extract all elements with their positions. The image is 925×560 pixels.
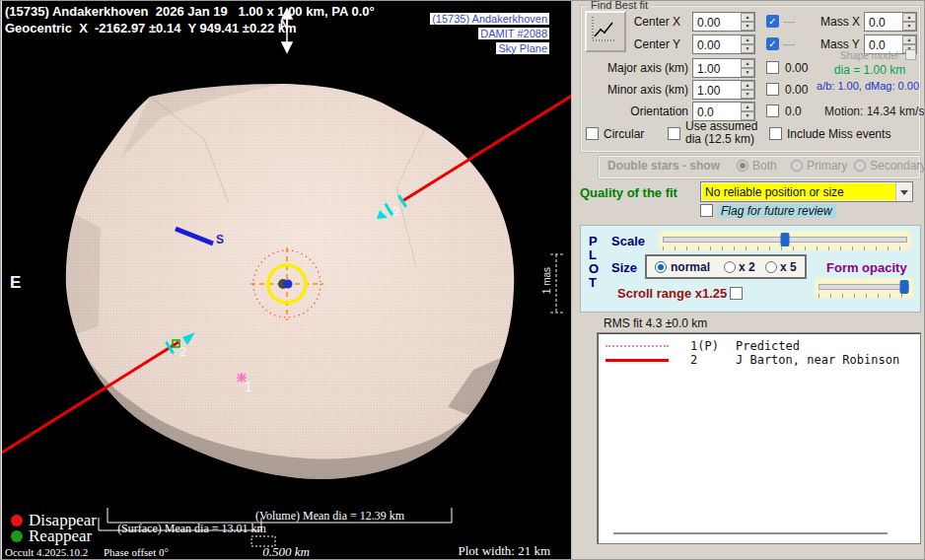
size-x5-radio[interactable] [765,261,777,273]
spin-down-icon[interactable]: ▼ [741,22,754,31]
ab-dmag-readout: a/b: 1.00, dMag: 0.00 [795,80,919,92]
spin-down-icon[interactable]: ▼ [741,68,754,77]
spin-up-icon[interactable]: ▲ [902,13,916,22]
mas-scale-bracket [550,254,563,313]
scroll-range-checkbox[interactable] [730,287,743,300]
major-axis-label: Major axis (km) [594,61,688,75]
asteroid-shape-model [61,80,525,494]
size-normal-label: normal [671,260,710,274]
observer-list: 1(P) Predicted 2 J Barton, near Robinson [597,332,921,544]
minor-axis-label: Minor axis (km) [594,83,688,97]
orientation-fit-checkbox[interactable] [766,105,779,117]
circular-checkbox[interactable] [586,127,599,140]
overlay-asteroid-name: (15735) Andakerkhoven [430,13,549,25]
chord-2-label-bottom: 2 [179,344,186,359]
quality-label: Quality of the fit [580,185,677,200]
motion-readout: Motion: 14.34 km/s [824,105,924,118]
shape-model-label: Shape model [840,50,898,61]
best-fit-button[interactable] [585,11,626,52]
center-x-fit-checkbox[interactable] [766,15,779,28]
major-axis-spinner[interactable]: 1.00 ▲▼ [692,58,755,78]
spin-axis-label: S [216,233,224,246]
plot-letter-t: T [589,275,597,290]
predicted-line-swatch [605,345,669,347]
scale-slider[interactable] [659,231,911,250]
use-assumed-label-1: Use assumed [685,119,757,133]
orientation-err: 0.0 [785,105,802,118]
overlay-damit-id: DAMIT #2088 [478,28,549,39]
center-y-spinner[interactable]: 0.00 ▲▼ [692,35,755,54]
orientation-spinner[interactable]: 0.0 ▲▼ [692,102,755,121]
overlay-sky-plane: Sky Plane [496,42,549,54]
use-assumed-label-2: dia (12.5 km) [685,132,754,146]
flag-review-checkbox[interactable] [700,204,713,217]
center-x-dash: --- [783,15,795,29]
quality-dropdown[interactable]: No reliable position or size [700,181,913,202]
form-opacity-slider[interactable] [815,278,913,298]
spin-up-icon[interactable]: ▲ [741,35,754,44]
spin-down-icon[interactable]: ▼ [741,44,754,53]
dropdown-arrow-icon[interactable] [895,182,912,201]
flag-review-label: Flag for future review [717,204,836,218]
spin-down-icon[interactable]: ▼ [902,22,916,31]
shape-model-checkbox[interactable] [905,49,916,60]
north-label: N [280,18,289,32]
mass-x-label: Mass X [820,15,860,29]
spin-up-icon[interactable]: ▲ [741,81,754,90]
rms-fit-readout: RMS fit 4.3 ±0.0 km [604,316,707,330]
phase-offset: Phase offset 0° [104,546,169,558]
shape-plot-svg [2,1,572,560]
find-best-fit-title: Find Best fit [588,0,651,11]
scale-bar-label: 0.500 km [237,544,335,560]
double-both-radio[interactable] [737,160,748,172]
size-x2-radio[interactable] [724,261,736,273]
form-opacity-slider-thumb[interactable] [900,280,909,294]
spin-up-icon[interactable]: ▲ [741,59,754,68]
plot-letter-p: P [589,234,598,248]
list-item-observer-2[interactable]: 2 J Barton, near Robinson [598,349,920,365]
minor-axis-fit-checkbox[interactable] [766,83,779,96]
size-normal-radio[interactable] [655,261,667,273]
fit-chart-icon [587,13,620,46]
horizontal-scrollbar[interactable] [613,532,888,534]
size-x5-label: x 5 [780,260,797,274]
control-panel: Find Best fit Center X 0.00 ▲▼ --- Mass … [571,1,925,560]
scroll-range-label: Scroll range x1.25 [617,286,727,301]
list-item-predicted[interactable]: 1(P) Predicted [598,333,920,349]
double-primary-label: Primary [807,159,847,173]
size-radio-group: normal x 2 x 5 [645,254,807,279]
center-x-spinner[interactable]: 0.00 ▲▼ [692,12,755,32]
double-both-label: Both [752,159,777,173]
include-miss-checkbox[interactable] [769,127,782,140]
major-axis-fit-checkbox[interactable] [766,61,779,74]
double-secondary-radio[interactable] [854,160,866,172]
size-label: Size [611,260,637,275]
mass-y-label: Mass Y [820,37,860,51]
spin-up-icon[interactable]: ▲ [741,13,754,22]
form-opacity-label: Form opacity [826,260,907,275]
spin-up-icon[interactable]: ▲ [902,35,916,44]
include-miss-label: Include Miss events [787,127,890,141]
predicted-chord-label: 1 [245,379,252,394]
surface-mean-dia: (Surface) Mean dia = 13.01 km [106,522,278,536]
dia-readout: dia = 1.00 km [820,63,919,77]
observer-name: J Barton, near Robinson [736,353,899,367]
observed-line-swatch [605,359,669,362]
size-x2-label: x 2 [739,260,755,274]
plot-letter-l: L [589,247,597,262]
minor-axis-spinner[interactable]: 1.00 ▲▼ [692,80,755,100]
spin-up-icon[interactable]: ▲ [741,103,754,111]
spin-down-icon[interactable]: ▼ [741,90,754,99]
scale-slider-thumb[interactable] [781,233,790,246]
geocentric-coords: Geocentric X -2162.97 ±0.14 Y 949.41 ±0.… [5,21,297,35]
orientation-label: Orientation [594,105,688,118]
use-assumed-dia-checkbox[interactable] [668,127,680,140]
center-y-fit-checkbox[interactable] [766,37,779,50]
center-y-label: Center Y [623,37,680,51]
mas-label: 1 mas [541,257,552,305]
center-y-dash: --- [783,37,795,51]
mass-x-spinner[interactable]: 0.0 ▲▼ [864,12,917,32]
plot-title: (15735) Andakerkhoven 2026 Jan 19 1.00 x… [5,4,375,19]
double-primary-radio[interactable] [791,160,803,172]
occult-version: Occult 4.2025.10.2 [5,546,88,558]
